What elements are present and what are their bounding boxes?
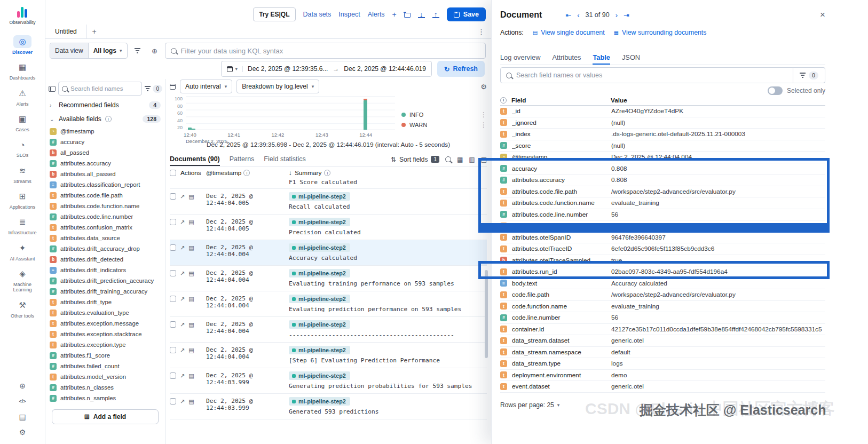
filter-icon[interactable]: [131, 44, 145, 58]
new-tab-button[interactable]: +: [87, 25, 102, 38]
row-checkbox[interactable]: [170, 296, 176, 302]
field-value-row[interactable]: attributes.code.line.number 56: [500, 209, 825, 221]
row-checkbox[interactable]: [170, 372, 176, 379]
view-document-icon[interactable]: ▤: [188, 321, 194, 328]
gear-icon[interactable]: ⚙: [15, 427, 30, 438]
field-search-input[interactable]: [70, 85, 138, 92]
flyout-tab[interactable]: Attributes: [552, 51, 581, 65]
legend-options-icon[interactable]: ⋮: [480, 111, 487, 118]
expand-row-icon[interactable]: ↗: [180, 296, 185, 302]
field-value-row[interactable]: code.file.path /workspace/step2-advanced…: [500, 289, 825, 301]
field-value-row[interactable]: attributes.run_id 02bac097-803c-4349-aa9…: [500, 266, 825, 278]
view-document-icon[interactable]: ▤: [188, 244, 194, 251]
view-document-icon[interactable]: ▤: [188, 372, 194, 379]
field-value-row[interactable]: data_stream.namespace default: [500, 347, 825, 359]
flyout-filter-button[interactable]: 0: [793, 67, 825, 83]
tab-options-icon[interactable]: ⋮: [471, 25, 491, 38]
row-checkbox[interactable]: [170, 321, 176, 328]
date-to[interactable]: Dec 2, 2025 @ 12:44:46.019: [344, 65, 426, 73]
download-icon[interactable]: ↓: [418, 11, 425, 18]
field-list-item[interactable]: attributes.drift_prediction_accuracy: [45, 275, 163, 286]
sidebar-item[interactable]: Other tools: [0, 296, 45, 322]
next-page-icon[interactable]: ›: [616, 11, 618, 19]
sidebar-item[interactable]: Cases: [0, 110, 45, 136]
field-list-item[interactable]: attributes.exception.message: [45, 318, 163, 329]
sidebar-item[interactable]: Infrastructure: [0, 213, 45, 239]
expand-row-icon[interactable]: ↗: [180, 347, 185, 353]
date-from[interactable]: Dec 2, 2025 @ 12:39:35.6...: [248, 65, 328, 73]
field-value-row[interactable]: attributes.code.function.name evaluate_t…: [500, 197, 825, 209]
field-value-row[interactable]: deployment.environment demo: [500, 370, 825, 382]
field-list-item[interactable]: attributes.failed_count: [45, 361, 163, 371]
sidebar-item[interactable]: AI Assistant: [0, 239, 45, 265]
field-list-item[interactable]: accuracy: [45, 137, 163, 147]
columns-icon[interactable]: ▥: [469, 156, 475, 163]
view-document-icon[interactable]: ▤: [188, 296, 194, 302]
document-row[interactable]: ↗ ▤ Dec 2, 2025 @ 12:44:04.004 ml-pipeli…: [170, 266, 487, 291]
service-badge[interactable]: ml-pipeline-step2: [289, 269, 350, 278]
field-filter-button[interactable]: 0: [145, 85, 162, 93]
alerts-link[interactable]: Alerts: [368, 11, 385, 18]
add-filter-icon[interactable]: ⊕: [148, 44, 162, 58]
rows-per-page-button[interactable]: Rows per page: 25: [500, 401, 554, 409]
field-value-row[interactable]: _score (null): [500, 140, 825, 152]
field-value-row[interactable]: attributes.code.file.path /workspace/ste…: [500, 186, 825, 198]
add-circle-icon[interactable]: ⊕: [15, 380, 30, 391]
histogram-bar[interactable]: [192, 129, 195, 130]
histogram-bar-warn[interactable]: [364, 99, 367, 100]
field-list-item[interactable]: attributes.drift_detected: [45, 254, 163, 265]
field-list-item[interactable]: attributes.all_passed: [45, 169, 163, 179]
grid-view-icon[interactable]: ▦: [457, 156, 463, 163]
field-list-item[interactable]: attributes.code.line.number: [45, 211, 163, 222]
share-icon[interactable]: ↑: [432, 11, 439, 18]
expand-row-icon[interactable]: ↗: [180, 270, 185, 276]
service-badge[interactable]: ml-pipeline-step2: [289, 218, 350, 226]
expand-row-icon[interactable]: ↗: [180, 398, 185, 405]
inspect-link[interactable]: Inspect: [338, 11, 360, 18]
scrollbar-thumb[interactable]: [485, 270, 488, 358]
add-field-button[interactable]: ⊞ Add a field: [52, 409, 159, 424]
try-esql-button[interactable]: Try ES|QL: [253, 7, 295, 21]
field-value-row[interactable]: _ignored (null): [500, 117, 825, 129]
view-document-icon[interactable]: ▤: [188, 219, 194, 225]
sort-fields-button[interactable]: ⇅ Sort fields 1: [391, 156, 439, 163]
document-row[interactable]: ↗ ▤ Dec 2, 2025 @ 12:44:04.005 ml-pipeli…: [170, 215, 487, 240]
flyout-search-box[interactable]: [500, 67, 793, 83]
fullscreen-icon[interactable]: ◳: [481, 156, 487, 163]
flyout-tab[interactable]: JSON: [622, 51, 640, 65]
field-value-row[interactable]: data_stream.type logs: [500, 358, 825, 370]
document-row[interactable]: ↗ ▤ Dec 2, 2025 @ 12:44:03.999 ml-pipeli…: [170, 394, 487, 419]
field-value-row[interactable]: data_stream.dataset generic.otel: [500, 335, 825, 347]
service-badge[interactable]: ml-pipeline-step2: [289, 243, 350, 252]
row-checkbox[interactable]: [170, 193, 176, 200]
field-list-item[interactable]: attributes.code.file.path: [45, 190, 163, 201]
interval-select[interactable]: Auto interval▾: [180, 80, 232, 93]
field-list-item[interactable]: attributes.drift_training_accuracy: [45, 286, 163, 297]
field-value-row[interactable]: attributes.otelSpanID 96476fe396640397: [500, 232, 825, 244]
field-value-row[interactable]: code.function.name evaluate_training: [500, 301, 825, 313]
expand-row-icon[interactable]: ↗: [180, 321, 185, 328]
field-list-item[interactable]: @timestamp: [45, 126, 163, 137]
view-document-icon[interactable]: ▤: [188, 270, 194, 276]
refresh-button[interactable]: ↻Refresh: [437, 61, 485, 77]
flyout-search-input[interactable]: [516, 72, 787, 79]
view-surrounding-documents-link[interactable]: ▦View surrounding documents: [614, 29, 707, 36]
timestamp-column-header[interactable]: @timestamp: [206, 169, 241, 177]
tab-untitled[interactable]: Untitled: [45, 25, 87, 38]
first-page-icon[interactable]: ⇤: [565, 11, 571, 19]
sidebar-item[interactable]: Dashboards: [0, 58, 45, 84]
data-sets-link[interactable]: Data sets: [303, 11, 332, 18]
document-row[interactable]: ↗ ▤ Dec 2, 2025 @ 12:44:04.004 ml-pipeli…: [170, 240, 487, 266]
date-range-picker[interactable]: ▾ Dec 2, 2025 @ 12:39:35.6... → Dec 2, 2…: [221, 61, 432, 77]
sidebar-item[interactable]: Applications: [0, 187, 45, 213]
expand-row-icon[interactable]: ↗: [180, 372, 185, 379]
documents-tab[interactable]: Field statistics: [264, 153, 306, 166]
sidebar-item[interactable]: Discover: [0, 33, 45, 58]
field-value-row[interactable]: body.text Accuracy calculated: [500, 278, 825, 290]
document-row[interactable]: ↗ ▤ Dec 2, 2025 @ 12:44:04.004 ml-pipeli…: [170, 343, 487, 368]
flyout-tab[interactable]: Log overview: [500, 51, 540, 65]
field-value-row[interactable]: container.id 42127ce35b17c011d0ccda1dfef…: [500, 324, 825, 336]
document-row[interactable]: ↗ ▤ Dec 2, 2025 @ 12:44:04.004 ml-pipeli…: [170, 291, 487, 317]
chart-edit-icon[interactable]: [170, 84, 176, 90]
chart-options-icon[interactable]: ⚙: [480, 83, 487, 91]
